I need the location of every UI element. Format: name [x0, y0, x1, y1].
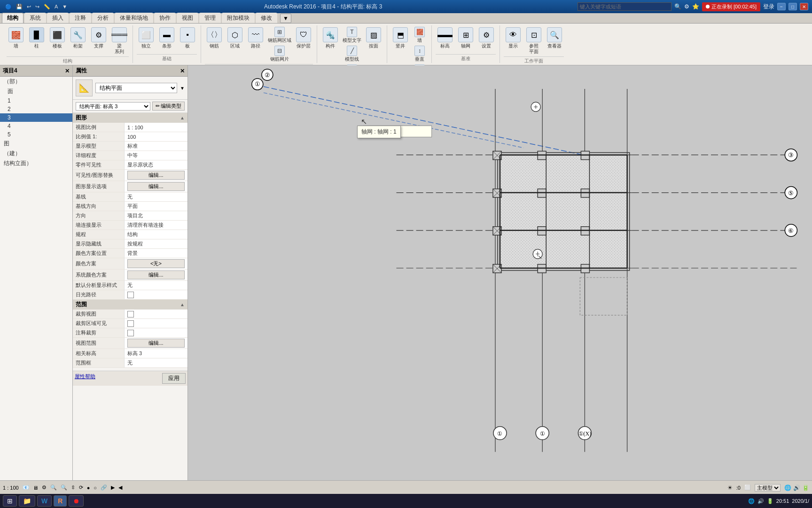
btn-quyu[interactable]: ⬡ 区域: [226, 26, 244, 50]
status-icon-email[interactable]: 📧: [23, 484, 29, 491]
window-controls[interactable]: 🔍 ⚙ ⭐ 正在录制 [00:02:45] 登录 − □ ✕: [578, 2, 808, 11]
cropregion-checkbox[interactable]: [127, 320, 134, 327]
btn-qiang-dong[interactable]: 🧱 墙: [412, 26, 428, 44]
redo-btn[interactable]: ↪: [34, 3, 41, 10]
status-icon-circle2[interactable]: ○: [94, 485, 97, 491]
prop-value-syscolorscheme[interactable]: 编辑...: [125, 270, 187, 280]
more-btn[interactable]: ▼: [61, 3, 69, 10]
btn-cankao-pingmian[interactable]: ⊡ 参照平面: [524, 26, 543, 56]
tab-fenxi[interactable]: 分析: [92, 13, 114, 23]
prop-value-annotationcrop[interactable]: [125, 328, 187, 337]
btn-gouchan[interactable]: 🔩 构件: [321, 26, 340, 50]
quick-access-toolbar[interactable]: 🔵 💾 ↩ ↪ 📏 A ▼: [4, 3, 69, 10]
sunpath-checkbox[interactable]: [127, 292, 134, 298]
model-type-select[interactable]: 主模型: [755, 484, 781, 492]
tree-item-jiegoulichang[interactable]: 结构立面）: [0, 159, 72, 168]
measure-btn[interactable]: 📏: [42, 3, 52, 10]
search-icon[interactable]: 🔍: [674, 3, 681, 10]
tab-xitong[interactable]: 系统: [24, 13, 46, 23]
prop-value-cropview[interactable]: [125, 310, 187, 318]
tab-charu[interactable]: 插入: [47, 13, 69, 23]
prop-value-viewscale[interactable]: 1 : 100: [125, 123, 187, 132]
tab-guanli[interactable]: 管理: [199, 13, 221, 23]
btn-moxing-xian[interactable]: ╱ 模型线: [342, 45, 362, 63]
props-apply-btn[interactable]: 应用: [162, 373, 186, 384]
taskbar-word[interactable]: W: [37, 495, 52, 507]
prop-value-viewrange[interactable]: 编辑...: [125, 338, 187, 349]
viewrange-btn[interactable]: 编辑...: [127, 339, 185, 348]
network-icon[interactable]: 🌐: [784, 484, 791, 491]
close-props-btn[interactable]: ✕: [180, 68, 185, 74]
search-input[interactable]: [578, 2, 671, 11]
tab-xiezuo[interactable]: 协作: [154, 13, 176, 23]
tools-icon[interactable]: ⚙: [684, 3, 689, 10]
app-menu-btn[interactable]: 🔵: [4, 3, 13, 10]
section-tuxing-header[interactable]: 图形 ▲: [73, 113, 187, 123]
tree-item-5[interactable]: 5: [0, 130, 72, 139]
tab-tiji[interactable]: 体量和场地: [115, 13, 153, 23]
edit-type-btn[interactable]: ✏ 编辑类型: [152, 102, 185, 111]
syscolorscheme-btn[interactable]: 编辑...: [127, 270, 185, 279]
close-btn[interactable]: ✕: [800, 3, 808, 10]
text-btn[interactable]: A: [53, 3, 59, 10]
btn-qiang[interactable]: 🧱 墙: [7, 26, 25, 50]
view-dropdown[interactable]: 结构平面: 标高 3: [76, 102, 150, 111]
btn-gangjin[interactable]: 〈〉 钢筋: [205, 26, 224, 50]
status-icon-circle1[interactable]: ●: [87, 485, 90, 491]
prop-value-scalevalue[interactable]: 100: [125, 132, 187, 141]
btn-anmian[interactable]: ▨ 按面: [364, 26, 383, 50]
tree-item-4[interactable]: 4: [0, 122, 72, 130]
status-icon-monitor[interactable]: 🖥: [33, 485, 38, 491]
status-icon-link[interactable]: 🔗: [101, 484, 107, 491]
btn-zhicheng[interactable]: ⚙ 支撑: [89, 26, 108, 50]
status-icon-back[interactable]: ◀: [118, 484, 122, 491]
btn-ban[interactable]: ▪ 板: [178, 26, 197, 50]
tree-item-tu[interactable]: 图: [0, 139, 72, 149]
btn-zhu[interactable]: ▉ 柱: [27, 26, 46, 50]
graphics-edit-btn[interactable]: 编辑...: [127, 182, 185, 191]
tree-item-jianzhu[interactable]: （建）: [0, 149, 72, 159]
btn-chakan-qi[interactable]: 🔍 查看器: [545, 26, 564, 50]
maximize-btn[interactable]: □: [789, 3, 797, 10]
btn-zhouwang[interactable]: ⊞ 轴网: [456, 26, 475, 50]
btn-chuizhi[interactable]: ↕ 垂直: [412, 45, 428, 63]
status-icon-gear[interactable]: ⚙: [42, 484, 47, 491]
tree-item-mian[interactable]: 面: [0, 87, 72, 96]
view-toggle-btn[interactable]: ▼: [280, 14, 291, 23]
tab-zhushi[interactable]: 注释: [70, 13, 91, 23]
save-btn[interactable]: 💾: [15, 3, 24, 10]
section-fanwei-header[interactable]: 范围 ▲: [73, 300, 187, 310]
close-panel-btn[interactable]: ✕: [65, 68, 70, 74]
btn-liang[interactable]: ═══ 梁系列: [110, 26, 129, 56]
btn-lujing[interactable]: 〰 路径: [246, 26, 265, 50]
tray-network[interactable]: 🌐: [748, 498, 755, 504]
visibility-edit-btn[interactable]: 编辑...: [127, 171, 185, 180]
btn-loubai[interactable]: ⬛ 楼板: [48, 26, 67, 50]
status-icon-rotate[interactable]: ⟳: [79, 484, 83, 491]
prop-value-sunpath[interactable]: [125, 290, 187, 299]
colorscheme-btn[interactable]: <无>: [127, 259, 185, 268]
taskbar-revit[interactable]: R: [54, 495, 67, 507]
login-btn[interactable]: 登录: [763, 3, 774, 11]
btn-tiaoxing[interactable]: ▬ 条形: [157, 26, 176, 50]
btn-qijia[interactable]: 🔧 桁架: [69, 26, 87, 50]
drawing-canvas-area[interactable]: ② ① 轴网 : 轴网 : 1 ↖: [188, 65, 812, 480]
btn-baohu[interactable]: 🛡 保护层: [294, 26, 313, 50]
prop-value-cropregion[interactable]: [125, 319, 187, 328]
battery-icon[interactable]: 🔋: [802, 484, 809, 491]
btn-moxing-wenzi[interactable]: T 模型文字: [342, 26, 362, 44]
btn-gangwang-pian[interactable]: ⊟ 钢筋网片: [267, 45, 292, 63]
undo-btn[interactable]: ↩: [25, 3, 32, 10]
btn-xianshi[interactable]: 👁 显示: [504, 26, 523, 50]
annotationcrop-checkbox[interactable]: [127, 330, 134, 336]
taskbar-file-explorer[interactable]: 📁: [19, 495, 35, 507]
btn-shezhi[interactable]: ⚙ 设置: [477, 26, 496, 50]
tab-xiugai[interactable]: 修改: [256, 13, 277, 23]
cropview-checkbox[interactable]: [127, 311, 134, 318]
status-icon-search1[interactable]: 🔍: [50, 484, 57, 491]
tree-item-3[interactable]: 3: [0, 113, 72, 122]
minimize-btn[interactable]: −: [777, 3, 786, 10]
tab-shitu[interactable]: 视图: [177, 13, 198, 23]
tab-fujia[interactable]: 附加模块: [222, 13, 255, 23]
tree-item-2[interactable]: 2: [0, 105, 72, 113]
